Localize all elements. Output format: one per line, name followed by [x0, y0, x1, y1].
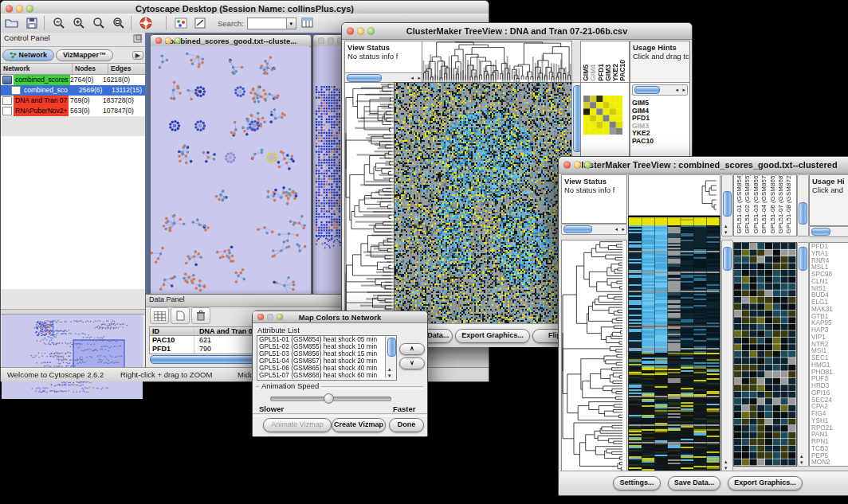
- scroll-thumb[interactable]: [799, 247, 807, 271]
- search-dropdown-arrow-icon[interactable]: ▾: [287, 18, 296, 29]
- column-label[interactable]: PAC10: [619, 60, 626, 81]
- column-label[interactable]: GPL51-01 (GSM854): [736, 175, 744, 234]
- zoom-in-button[interactable]: [70, 15, 88, 31]
- minimize-icon[interactable]: [165, 37, 171, 44]
- new-attribute-button[interactable]: [171, 307, 190, 324]
- birdseye-view[interactable]: [2, 314, 143, 399]
- scroll-down-icon[interactable]: ▾: [800, 459, 803, 465]
- heatmap-global-view[interactable]: [628, 216, 720, 473]
- minimize-icon[interactable]: [328, 37, 334, 44]
- save-session-button[interactable]: [23, 15, 41, 31]
- close-icon[interactable]: [347, 28, 354, 35]
- column-label[interactable]: GPL51-02 (GSM855): [744, 175, 752, 234]
- open-session-button[interactable]: [3, 15, 21, 31]
- minimize-icon[interactable]: [16, 6, 23, 13]
- scroll-thumb[interactable]: [387, 338, 396, 357]
- scroll-up-icon[interactable]: ▴: [388, 366, 391, 372]
- close-icon[interactable]: [6, 6, 13, 13]
- zoom-fit-button[interactable]: [90, 15, 108, 31]
- scroll-thumb[interactable]: [723, 247, 732, 271]
- close-icon[interactable]: [563, 162, 571, 169]
- zoom-vscrollbar[interactable]: ▴ ▾: [797, 242, 809, 467]
- column-label[interactable]: GPL51-08 (GSM872): [785, 175, 793, 234]
- delete-attribute-button[interactable]: [191, 307, 210, 324]
- attribute-browser-button[interactable]: [299, 15, 316, 31]
- usage-hints-hscrollbar[interactable]: ◂ ▸: [632, 84, 688, 96]
- column-dendrogram[interactable]: [422, 41, 572, 84]
- treeview-combined-titlebar[interactable]: ClusterMaker TreeView : combined_scores_…: [559, 157, 848, 174]
- tab-overflow-button[interactable]: ▶: [132, 51, 143, 60]
- heatmap-zoom-view[interactable]: [583, 96, 622, 135]
- move-down-button[interactable]: ∨: [399, 357, 425, 369]
- scroll-right-icon[interactable]: ▸: [682, 87, 685, 92]
- zoom-icon[interactable]: [175, 37, 181, 44]
- scroll-thumb[interactable]: [811, 228, 830, 236]
- tab-network[interactable]: Network: [2, 49, 54, 61]
- scroll-right-icon[interactable]: ▸: [418, 75, 421, 80]
- heatmap-global-view[interactable]: [394, 82, 572, 325]
- export-graphics-button[interactable]: Export Graphics...: [728, 476, 803, 490]
- zoom-icon[interactable]: [367, 28, 375, 35]
- column-label[interactable]: GPL51-06 (GSM865): [769, 175, 777, 234]
- network-row[interactable]: RNAPuberNov2+563(0)107847(0): [1, 106, 145, 116]
- animate-vizmap-button[interactable]: Animate Vizmap: [263, 418, 332, 432]
- gene-item[interactable]: PAC10: [632, 138, 689, 146]
- slider-thumb[interactable]: [324, 393, 334, 404]
- row-dendrogram[interactable]: [561, 240, 627, 472]
- zoom-icon[interactable]: [277, 314, 283, 320]
- gene-item[interactable]: MON2: [811, 459, 848, 465]
- scroll-right-icon[interactable]: ▸: [622, 226, 625, 232]
- network-row[interactable]: combined_sco2569(6)13112(15): [1, 85, 145, 96]
- scroll-thumb[interactable]: [799, 202, 807, 225]
- scroll-up-icon[interactable]: ▴: [724, 459, 728, 464]
- settings-button[interactable]: Settings...: [613, 476, 661, 490]
- view-status-hscrollbar[interactable]: ◂ ▸: [561, 224, 627, 235]
- scroll-down-icon[interactable]: ▾: [724, 465, 728, 471]
- scroll-up-icon[interactable]: ▴: [800, 453, 803, 459]
- help-button[interactable]: [137, 15, 155, 31]
- treeview-dna-titlebar[interactable]: ClusterMaker TreeView : DNA and Tran 07-…: [342, 23, 692, 40]
- scroll-thumb[interactable]: [723, 191, 732, 217]
- scroll-left-icon[interactable]: ◂: [410, 75, 414, 80]
- export-graphics-button[interactable]: Export Graphics...: [455, 329, 530, 343]
- annotation-button[interactable]: [192, 15, 210, 31]
- search-input[interactable]: [247, 18, 287, 29]
- minimize-icon[interactable]: [357, 28, 364, 35]
- minimize-icon[interactable]: [267, 314, 273, 320]
- column-label[interactable]: GIM4: [590, 64, 597, 81]
- column-label[interactable]: GPL51-07 (GSM868): [777, 175, 785, 234]
- zoom-icon[interactable]: [26, 6, 33, 13]
- network-row[interactable]: DNA and Tran 07769(0)183728(0): [1, 96, 145, 106]
- network-window-1-titlebar[interactable]: combined_scores_good.txt--cluste...: [151, 35, 311, 47]
- scroll-thumb[interactable]: [347, 74, 382, 82]
- close-icon[interactable]: [257, 314, 264, 320]
- heatmap-vscrollbar[interactable]: ▴ ▾: [721, 240, 733, 472]
- network-row[interactable]: combined_scores2764(0)16218(0): [1, 75, 145, 85]
- close-icon[interactable]: [155, 37, 162, 44]
- create-vizmap-button[interactable]: Create Vizmap: [332, 418, 386, 432]
- top-vscrollbar[interactable]: ▴ ▾: [721, 174, 733, 236]
- scroll-down-icon[interactable]: ▾: [724, 229, 728, 235]
- map-colors-titlebar[interactable]: Map Colors to Network: [253, 311, 427, 323]
- scroll-left-icon[interactable]: ◂: [614, 226, 618, 232]
- zoom-out-button[interactable]: [50, 15, 68, 31]
- float-panel-icon[interactable]: [133, 34, 142, 43]
- scroll-thumb[interactable]: [563, 225, 592, 233]
- scroll-left-icon[interactable]: ◂: [675, 87, 678, 92]
- labels-vscrollbar[interactable]: [797, 174, 809, 236]
- column-label[interactable]: GPL51-03 (GSM856): [752, 175, 760, 234]
- zoom-selected-button[interactable]: [110, 15, 128, 31]
- scroll-thumb[interactable]: [634, 86, 660, 94]
- column-dendrogram[interactable]: [628, 174, 720, 216]
- attribute-item[interactable]: GPL51-07 (GSM868) heat shock 60 min: [257, 372, 396, 379]
- scroll-up-icon[interactable]: ▴: [724, 223, 728, 229]
- network-view-1[interactable]: [151, 46, 309, 293]
- move-up-button[interactable]: ∧: [399, 343, 425, 355]
- usage-hints-hscrollbar[interactable]: [809, 226, 848, 237]
- select-attributes-button[interactable]: [150, 307, 169, 324]
- row-dendrogram[interactable]: [344, 82, 395, 325]
- done-button[interactable]: Done: [389, 418, 424, 432]
- tab-vizmapper[interactable]: VizMapper™: [56, 49, 113, 61]
- vizmapper-shortcut-button[interactable]: [172, 15, 190, 31]
- close-icon[interactable]: [318, 37, 324, 44]
